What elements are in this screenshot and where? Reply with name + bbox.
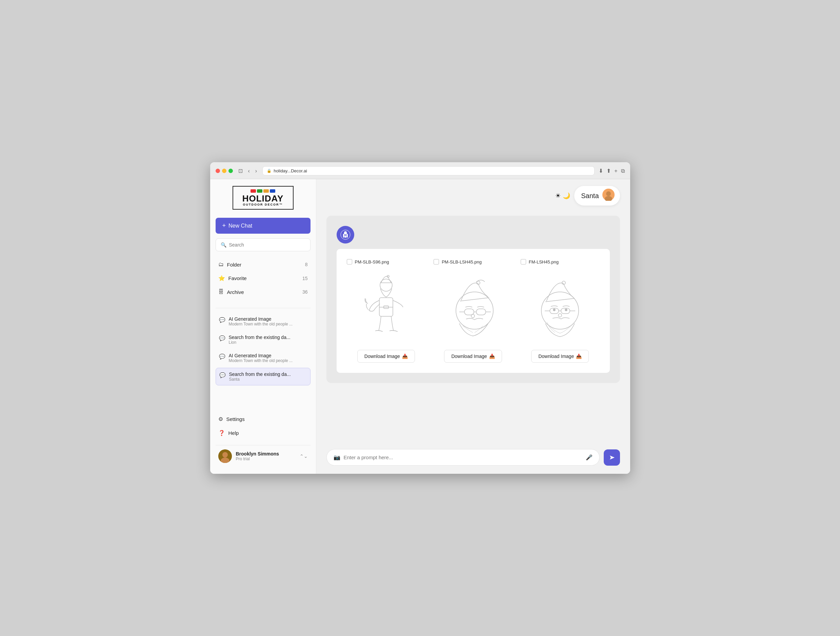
camera-icon[interactable]: 📷 (333, 454, 340, 461)
download-emoji-1: 📥 (402, 354, 408, 359)
download-button-2[interactable]: Download Image 📥 (444, 350, 502, 363)
santa-label: Santa (581, 192, 598, 200)
forward-button[interactable]: › (254, 167, 258, 175)
close-button[interactable] (216, 168, 220, 173)
chat-item-2[interactable]: 💬 Search from the existing da... Lion (216, 331, 311, 348)
download-emoji-2: 📥 (489, 354, 495, 359)
address-bar[interactable]: 🔒 holiday...Decor.ai (262, 166, 595, 175)
new-tab-icon[interactable]: + (614, 168, 617, 174)
main-content: ☀ 🌙 Santa (316, 179, 630, 474)
chat-icon-1: 💬 (219, 317, 226, 323)
download-button-1[interactable]: Download Image 📥 (357, 350, 415, 363)
search-input[interactable] (229, 242, 305, 247)
tabs-icon[interactable]: ⧉ (621, 168, 625, 174)
svg-rect-8 (344, 231, 347, 235)
santa-drawing-2 (434, 270, 513, 345)
maximize-button[interactable] (229, 168, 233, 173)
user-plan: Pro trial (236, 457, 295, 461)
bottom-nav: ⚙ Settings ❓ Help (216, 412, 311, 439)
logo-color-orange (264, 189, 269, 193)
messages-area: PM-SLB-S96.png (316, 213, 630, 444)
mic-icon[interactable]: 🎤 (586, 454, 592, 461)
chat-subtitle-1: Modern Town with the old people ... (229, 322, 307, 326)
send-button[interactable] (604, 449, 620, 466)
archive-icon: 🗄 (218, 289, 224, 295)
prompt-input[interactable] (344, 455, 583, 460)
chat-subtitle-2: Lion (229, 340, 307, 345)
favorite-label: Favorite (229, 275, 247, 281)
light-mode-icon[interactable]: ☀ (555, 192, 561, 200)
svg-rect-12 (346, 237, 347, 238)
svg-line-22 (460, 298, 489, 301)
chevron-icon: ⌃⌄ (300, 453, 308, 459)
back-button[interactable]: ‹ (247, 167, 251, 175)
search-box[interactable]: 🔍 (216, 238, 311, 251)
sidebar-item-favorite[interactable]: ⭐ Favorite 15 (216, 272, 311, 285)
image-cards: PM-SLB-S96.png (336, 249, 610, 373)
input-area: 📷 🎤 (316, 444, 630, 474)
svg-point-9 (344, 235, 346, 236)
chat-item-3[interactable]: 💬 AI Generated Image Modern Town with th… (216, 349, 311, 367)
sidebar-item-settings[interactable]: ⚙ Settings (216, 412, 311, 426)
sidebar-bottom: ⚙ Settings ❓ Help (216, 412, 311, 467)
svg-point-29 (471, 314, 475, 318)
favorite-icon: ⭐ (218, 275, 225, 282)
traffic-lights (216, 168, 233, 173)
download-browser-icon[interactable]: ⬇ (598, 168, 603, 174)
send-icon (608, 454, 615, 461)
chat-icon-4: 💬 (219, 372, 226, 378)
chat-subtitle-4: Santa (229, 377, 307, 382)
minimize-button[interactable] (222, 168, 226, 173)
folder-icon: 🗂 (218, 261, 224, 268)
lock-icon: 🔒 (267, 168, 272, 173)
user-name: Brooklyn Simmons (236, 451, 295, 457)
logo-sub-text: OUTDOOR DECOR™ (238, 203, 288, 206)
checkbox-1[interactable] (347, 259, 352, 264)
chat-item-1[interactable]: 💬 AI Generated Image Modern Town with th… (216, 313, 311, 330)
svg-point-14 (345, 231, 346, 231)
download-emoji-3: 📥 (576, 354, 582, 359)
svg-rect-11 (344, 237, 345, 238)
filename-2: PM-SLB-LSH45.png (442, 260, 482, 264)
browser-controls: ⊡ ‹ › (237, 167, 259, 175)
santa-drawing-3 (521, 270, 600, 345)
svg-line-31 (545, 298, 575, 302)
image-card-3: FM-LSH45.png (521, 259, 600, 363)
logo-color-green (257, 189, 262, 193)
new-chat-button[interactable]: + New Chat (216, 218, 311, 234)
url-text: holiday...Decor.ai (273, 168, 307, 173)
filename-1: PM-SLB-S96.png (355, 260, 389, 264)
svg-point-10 (346, 235, 347, 236)
share-icon[interactable]: ⬆ (606, 168, 611, 174)
checkbox-3[interactable] (521, 259, 526, 264)
chat-list: 💬 AI Generated Image Modern Town with th… (216, 313, 311, 412)
sidebar-item-help[interactable]: ❓ Help (216, 427, 311, 439)
svg-point-4 (606, 191, 611, 196)
download-label-2: Download Image (451, 354, 487, 359)
theme-toggle[interactable]: ☀ 🌙 (555, 192, 570, 200)
santa-badge: Santa (574, 186, 620, 206)
sidebar: HOLIDAY OUTDOOR DECOR™ + New Chat 🔍 🗂 (210, 179, 316, 474)
svg-point-1 (223, 452, 228, 458)
sidebar-item-folder[interactable]: 🗂 Folder 8 (216, 258, 311, 271)
svg-rect-25 (476, 309, 486, 315)
dark-mode-icon[interactable]: 🌙 (563, 192, 570, 200)
chat-item-4[interactable]: 💬 Search from the existing da... Santa (216, 368, 311, 386)
user-profile[interactable]: Brooklyn Simmons Pro trial ⌃⌄ (216, 445, 311, 467)
download-button-3[interactable]: Download Image 📥 (531, 350, 589, 363)
search-icon: 🔍 (221, 242, 226, 247)
prompt-input-wrapper: 📷 🎤 (327, 449, 600, 466)
settings-icon: ⚙ (218, 416, 223, 422)
image-cards-container: PM-SLB-S96.png (327, 216, 620, 383)
new-chat-label: New Chat (229, 223, 252, 229)
sidebar-toggle-button[interactable]: ⊡ (237, 167, 244, 175)
logo-color-blue (270, 189, 275, 193)
divider (216, 308, 311, 308)
sidebar-item-archive[interactable]: 🗄 Archive 36 (216, 285, 311, 298)
folder-count: 8 (305, 262, 308, 267)
favorite-count: 15 (302, 275, 308, 281)
svg-point-35 (558, 313, 562, 317)
logo: HOLIDAY OUTDOOR DECOR™ (216, 186, 311, 209)
checkbox-2[interactable] (434, 259, 439, 264)
nav-items: 🗂 Folder 8 ⭐ Favorite 15 🗄 Archive (216, 258, 311, 298)
